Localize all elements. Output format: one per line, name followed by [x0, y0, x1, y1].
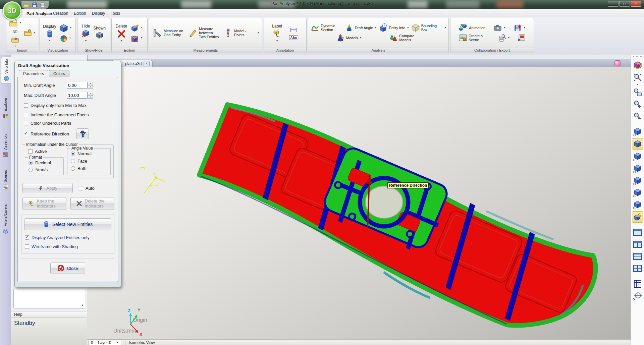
color-button[interactable]: [59, 34, 72, 43]
chevron-down-icon[interactable]: ▾: [121, 39, 122, 42]
checkbox-box[interactable]: [24, 132, 28, 136]
measure-between-two-button[interactable]: Measure between Two Entities: [187, 26, 221, 40]
draft-angle-dialog[interactable]: Draft Angle Visualization Parameters Col…: [14, 61, 121, 287]
sidebar-tab-assembly[interactable]: Assembly: [1, 132, 10, 160]
compare-models-button[interactable]: Compare Models: [388, 33, 422, 43]
view-isometric-icon[interactable]: [632, 138, 643, 150]
view-y-plus-icon[interactable]: Y+: [632, 163, 643, 174]
abc-annotation-button[interactable]: Abc: [289, 35, 298, 40]
tab-close-icon[interactable]: [144, 61, 150, 66]
dialog-tab-parameters[interactable]: Parameters: [19, 70, 48, 78]
keep-indicators-button[interactable]: Keep the Indicators: [22, 197, 66, 210]
layout-single-icon[interactable]: [632, 227, 643, 238]
view-z-plus-icon[interactable]: Z+: [632, 126, 643, 137]
checkbox-box[interactable]: [79, 186, 83, 190]
zoom-out-icon[interactable]: [632, 111, 643, 122]
select-new-entities-button[interactable]: Select New Entities: [24, 218, 111, 230]
model-aero-plate[interactable]: [199, 105, 596, 325]
label-tag-icon[interactable]: [273, 30, 281, 38]
radio-circle[interactable]: [29, 168, 33, 172]
folder-3d-icon[interactable]: [11, 36, 19, 44]
animation-button[interactable]: Animation: [458, 23, 486, 33]
checkbox-indicate-faces[interactable]: Indicate the Concerned Faces: [24, 112, 114, 117]
view-locked-icon[interactable]: [632, 211, 643, 223]
close-button[interactable]: [631, 1, 641, 7]
delete-indicators-button[interactable]: Delete the Indicators: [70, 197, 114, 210]
sidebar-tab-explorer[interactable]: Explorer: [1, 96, 10, 121]
minimize-button[interactable]: [608, 1, 619, 7]
zoom-extents-icon[interactable]: [632, 72, 643, 83]
toolbar-grip[interactable]: [633, 56, 642, 59]
checkbox-box[interactable]: [28, 149, 33, 154]
radio-decimal[interactable]: Decimal: [29, 160, 61, 165]
shown-cube-icon[interactable]: [95, 32, 104, 40]
radio-normal[interactable]: Normal: [71, 151, 108, 156]
tab-edition[interactable]: Edition: [70, 10, 90, 17]
checkbox-box[interactable]: [25, 235, 29, 240]
tab-tools[interactable]: Tools: [107, 10, 123, 17]
create-scene-button[interactable]: Create a Scene: [458, 33, 491, 43]
max-draft-angle-input[interactable]: [67, 92, 88, 99]
chevron-down-icon[interactable]: ▾: [49, 39, 50, 42]
datum-icon[interactable]: D: [632, 290, 643, 301]
layout-two-horizontal-icon[interactable]: [632, 251, 643, 262]
tab-display[interactable]: Display: [89, 10, 108, 17]
zoom-extents-dropdown[interactable]: [637, 83, 639, 86]
view-x-plus-icon[interactable]: X+: [632, 175, 643, 186]
zoom-in-icon[interactable]: [632, 99, 643, 110]
checkbox-box[interactable]: [24, 121, 28, 125]
capture-button[interactable]: [493, 23, 506, 33]
hide-cube-icon[interactable]: [82, 30, 90, 38]
layer-combo[interactable]: 0 Layer 0: [89, 340, 121, 345]
duplicate-entity-button[interactable]: [130, 23, 144, 33]
models-button[interactable]: Models: [335, 33, 362, 43]
max-angle-stepper[interactable]: [88, 92, 93, 99]
display-entities-icon[interactable]: [632, 60, 643, 71]
radio-circle[interactable]: [71, 152, 75, 156]
viewport-3d[interactable]: Z Y X Origin Reference Direction Units:m…: [87, 67, 631, 339]
radio-circle[interactable]: [71, 166, 75, 171]
left-panel-list[interactable]: [13, 289, 85, 308]
edit-entity-button[interactable]: [130, 34, 144, 43]
grid-icon[interactable]: [632, 278, 643, 289]
chevron-down-icon[interactable]: [116, 341, 119, 344]
layout-four-icon[interactable]: [632, 263, 643, 274]
chevron-down-icon[interactable]: ▾: [14, 45, 16, 48]
checkbox-wireframe-shading[interactable]: Wireframe with Shading: [25, 244, 111, 249]
export-red-button[interactable]: [517, 33, 527, 43]
checkbox-reference-direction[interactable]: Reference Direction: [24, 128, 114, 139]
view-z-minus-icon[interactable]: Z-: [632, 199, 643, 210]
checkbox-active[interactable]: Active: [28, 149, 64, 154]
model-canvas[interactable]: Z Y X Origin: [87, 67, 631, 339]
import-recent-button[interactable]: [23, 28, 36, 38]
print-icon[interactable]: [40, 2, 45, 7]
delete-x-icon[interactable]: [117, 30, 126, 38]
panel-splitter[interactable]: [34, 309, 64, 310]
checkbox-display-min-max[interactable]: Display only from Min to Max: [24, 103, 114, 108]
tab-creation[interactable]: Creation: [50, 10, 71, 17]
view-cube-button[interactable]: [58, 23, 72, 33]
radio-face[interactable]: Face: [71, 159, 108, 164]
checkbox-auto[interactable]: Auto: [79, 186, 95, 191]
checkbox-box[interactable]: [24, 113, 28, 117]
chevron-down-icon[interactable]: ▾: [85, 39, 87, 42]
app-logo[interactable]: 3D: [3, 1, 21, 20]
chevron-down-icon[interactable]: ▾: [276, 39, 278, 42]
radio-circle[interactable]: [71, 159, 75, 163]
view-x-minus-icon[interactable]: X-: [632, 187, 643, 198]
reference-direction-button[interactable]: [76, 128, 89, 139]
maximize-button[interactable]: [619, 1, 630, 7]
dynamic-section-button[interactable]: Dynamic Section: [310, 23, 343, 33]
min-angle-stepper[interactable]: [88, 82, 93, 89]
cylinder-icon[interactable]: [46, 30, 54, 38]
radio-deg-mn-s[interactable]: °/mn/s: [29, 167, 61, 172]
import-3d-button[interactable]: 3D: [12, 29, 18, 35]
dimension-icon[interactable]: [289, 26, 298, 34]
save-icon[interactable]: [32, 2, 37, 7]
layout-two-vertical-icon[interactable]: [632, 239, 643, 250]
open-folder-icon[interactable]: [23, 2, 29, 8]
checkbox-display-analyzed[interactable]: Display Analyzed Entities only: [25, 235, 111, 240]
measure-one-entity-button[interactable]: Measure on One Entity: [151, 27, 186, 39]
zoom-window-icon[interactable]: [632, 87, 643, 98]
draft-angle-button[interactable]: Draft Angle: [344, 23, 377, 33]
